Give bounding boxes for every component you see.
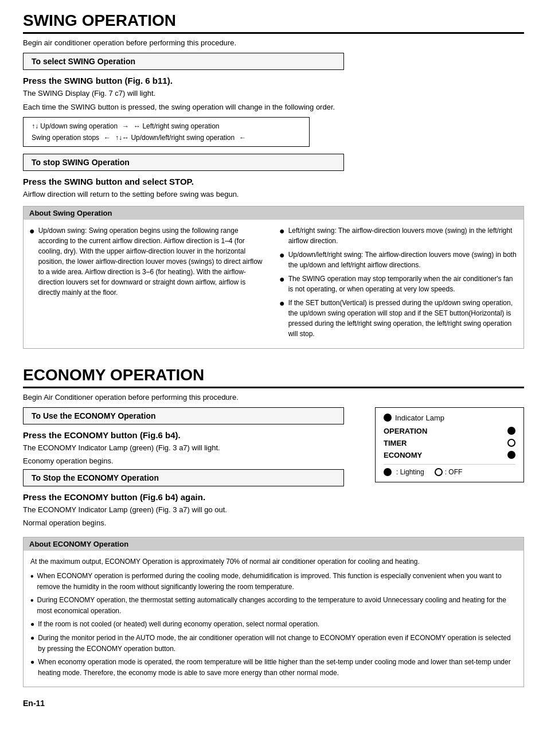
select-swing-box: To select SWING Operation bbox=[23, 53, 344, 70]
off-label: : OFF bbox=[445, 468, 463, 476]
stop-swing-body: Airflow direction will return to the set… bbox=[23, 189, 524, 200]
bullet-icon: ● bbox=[29, 225, 35, 298]
lighting-filled-icon bbox=[384, 468, 392, 476]
stop-economy-body1: The ECONOMY Indicator Lamp (green) (Fig.… bbox=[23, 504, 364, 516]
indicator-economy-row: ECONOMY bbox=[384, 451, 515, 459]
indicator-operation-label: OPERATION bbox=[384, 427, 429, 435]
economy-title: ECONOMY OPERATION bbox=[23, 366, 524, 388]
indicator-economy-dot bbox=[507, 451, 515, 459]
economy-main: To Use the ECONOMY Operation Press the E… bbox=[23, 407, 524, 531]
about-swing-left-text: Up/down swing: Swing operation begins us… bbox=[38, 225, 268, 298]
bullet-text: When economy operation mode is operated,… bbox=[38, 657, 517, 679]
about-economy-content: At the maximum output, ECONOMY Operation… bbox=[24, 551, 523, 687]
bullet-icon: ● bbox=[279, 298, 285, 339]
bullet-symbol: ● bbox=[30, 619, 34, 630]
about-swing-right-text1: Up/down/left/right swing: The airflow-di… bbox=[288, 250, 518, 270]
page-number: En-11 bbox=[23, 699, 524, 708]
use-economy-heading: Press the ECONOMY button (Fig.6 b4). bbox=[23, 430, 364, 440]
indicator-economy-label: ECONOMY bbox=[384, 451, 429, 459]
diagram-arrow1: → bbox=[122, 122, 129, 130]
lighting-label: : Lighting bbox=[396, 468, 424, 476]
about-swing-left-col: ●Up/down swing: Swing operation begins u… bbox=[29, 225, 268, 342]
economy-about-bullet-4: ●During the monitor period in the AUTO m… bbox=[30, 633, 517, 654]
stop-economy-body2: Normal operation begins. bbox=[23, 517, 364, 529]
indicator-operation-dot bbox=[507, 427, 515, 435]
indicator-timer-dot bbox=[507, 439, 515, 447]
lighting-empty-icon bbox=[435, 468, 443, 476]
use-economy-body1: The ECONOMY Indicator Lamp (green) (Fig.… bbox=[23, 442, 364, 454]
economy-about-bullet-3: ●If the room is not cooled (or heated) w… bbox=[30, 619, 517, 630]
bullet-icon: ● bbox=[279, 250, 285, 270]
select-swing-body2: Each time the SWING button is pressed, t… bbox=[23, 102, 524, 113]
diagram-arrow2: ← bbox=[104, 134, 111, 142]
economy-section: ECONOMY OPERATION Begin Air Conditioner … bbox=[23, 366, 524, 688]
stop-swing-heading: Press the SWING button and select STOP. bbox=[23, 177, 524, 186]
indicator-timer-label: TIMER bbox=[384, 439, 429, 447]
economy-about-bullet-2: •During ECONOMY operation, the thermosta… bbox=[30, 595, 517, 617]
indicator-dot bbox=[384, 414, 392, 422]
swing-title: SWING OPERATION bbox=[23, 11, 524, 34]
about-swing-right-text3: If the SET button(Vertical) is pressed d… bbox=[288, 298, 518, 339]
diagram-row2-right: ↑↓↔ Up/down/left/right swing operation bbox=[115, 134, 235, 142]
about-economy-box: About ECONOMY Operation At the maximum o… bbox=[23, 537, 524, 688]
bullet-icon: ● bbox=[279, 274, 285, 294]
bullet-symbol: ● bbox=[30, 633, 34, 654]
about-swing-box: About Swing Operation ●Up/down swing: Sw… bbox=[23, 206, 524, 349]
diagram-row1-left: ↑↓ Up/down swing operation bbox=[32, 122, 118, 130]
about-swing-content: ●Up/down swing: Swing operation begins u… bbox=[24, 220, 523, 348]
economy-about-text-0: At the maximum output, ECONOMY Operation… bbox=[30, 556, 517, 567]
indicator-lamp-panel: Indicator Lamp OPERATION TIMER ECONOMY :… bbox=[375, 407, 524, 482]
economy-left: To Use the ECONOMY Operation Press the E… bbox=[23, 407, 364, 531]
select-swing-body1: The SWING Display (Fig. 7 c7) will light… bbox=[23, 88, 524, 99]
bullet-text: When ECONOMY operation is performed duri… bbox=[37, 571, 517, 593]
use-economy-body2: Economy operation begins. bbox=[23, 455, 364, 467]
about-swing-right-col: ●Left/right swing: The airflow-direction… bbox=[279, 225, 518, 342]
stop-swing-box: To stop SWING Operation bbox=[23, 154, 344, 171]
indicator-lighting-row: : Lighting : OFF bbox=[384, 464, 515, 476]
swing-diagram: ↑↓ Up/down swing operation → ↔ Left/righ… bbox=[23, 117, 310, 147]
indicator-timer-row: TIMER bbox=[384, 439, 515, 447]
indicator-title-row: Indicator Lamp bbox=[384, 414, 515, 422]
about-swing-right-text0: Left/right swing: The airflow-direction … bbox=[288, 225, 518, 246]
about-swing-right-text2: The SWING operation may stop temporarily… bbox=[288, 274, 518, 294]
swing-intro: Begin air conditioner operation before p… bbox=[23, 38, 524, 47]
bullet-text: If the room is not cooled (or heated) we… bbox=[38, 619, 319, 630]
about-economy-header: About ECONOMY Operation bbox=[24, 537, 523, 551]
economy-intro: Begin Air Conditioner operation before p… bbox=[23, 393, 524, 402]
economy-about-bullet-5: ●When economy operation mode is operated… bbox=[30, 657, 517, 679]
stop-economy-box: To Stop the ECONOMY Operation bbox=[23, 469, 344, 486]
bullet-symbol: • bbox=[30, 571, 34, 593]
about-swing-header: About Swing Operation bbox=[24, 206, 523, 220]
stop-economy-heading: Press the ECONOMY button (Fig.6 b4) agai… bbox=[23, 492, 364, 502]
bullet-symbol: • bbox=[30, 595, 34, 617]
use-economy-box: To Use the ECONOMY Operation bbox=[23, 407, 344, 424]
economy-about-bullet-1: •When ECONOMY operation is performed dur… bbox=[30, 571, 517, 593]
indicator-title-label: Indicator Lamp bbox=[395, 414, 444, 422]
bullet-symbol: ● bbox=[30, 657, 34, 679]
diagram-row1-right: ↔ Left/right swing operation bbox=[134, 122, 219, 130]
diagram-arrow3: ← bbox=[239, 134, 246, 142]
indicator-operation-row: OPERATION bbox=[384, 427, 515, 435]
diagram-row2-left: Swing operation stops bbox=[32, 134, 99, 142]
bullet-icon: ● bbox=[279, 225, 285, 246]
bullet-text: During the monitor period in the AUTO mo… bbox=[38, 633, 517, 654]
bullet-text: During ECONOMY operation, the thermostat… bbox=[37, 595, 517, 617]
select-swing-heading: Press the SWING button (Fig. 6 b11). bbox=[23, 76, 524, 85]
